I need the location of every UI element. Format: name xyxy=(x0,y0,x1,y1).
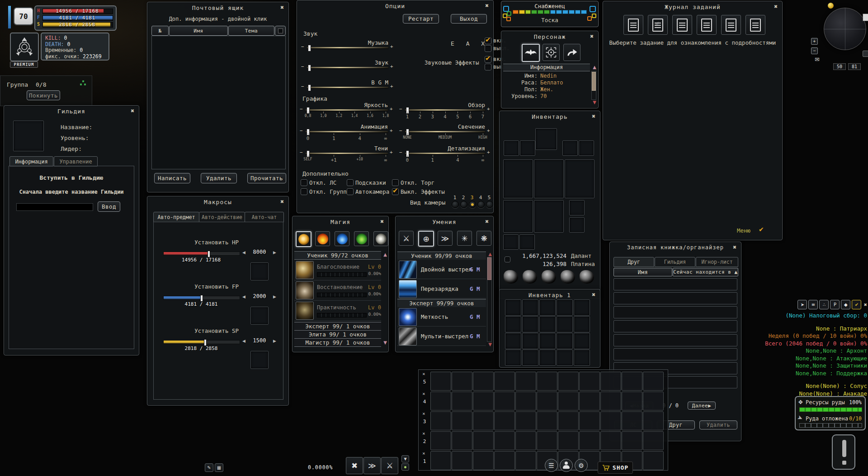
macro-item-slot[interactable] xyxy=(250,307,269,325)
inventory-close-icon[interactable]: ✖ xyxy=(590,113,597,120)
macro-slider-track[interactable] xyxy=(163,252,240,256)
skills-scroll-up-icon[interactable]: ▲ xyxy=(488,252,492,257)
equipment-slot[interactable] xyxy=(534,200,564,233)
quest-category-button-5[interactable] xyxy=(745,15,765,35)
gfx-left-slider-1-minus[interactable]: − xyxy=(300,128,303,134)
organizer-tab-1[interactable]: Гильдия xyxy=(655,257,695,267)
quest-journal-close-icon[interactable]: ✖ xyxy=(773,4,779,10)
mail-filter-button[interactable] xyxy=(275,26,286,36)
inventory1-slot[interactable] xyxy=(557,316,573,332)
character-return-button[interactable] xyxy=(563,44,580,61)
skills-tab-button-0[interactable]: ⚔ xyxy=(399,231,414,246)
sound-slider-1-thumb[interactable] xyxy=(308,65,311,71)
sound-slider-2-minus[interactable]: − xyxy=(301,84,304,89)
mail-list[interactable] xyxy=(151,36,286,169)
gfx-right-slider-1-minus[interactable]: − xyxy=(399,128,402,134)
trade-row-close-icon[interactable]: ✕ xyxy=(422,432,425,436)
guild-enter-button[interactable]: Ввод xyxy=(98,201,120,212)
inventory1-slot[interactable] xyxy=(539,299,556,316)
trade-slot[interactable] xyxy=(600,392,621,411)
trade-row-close-icon[interactable]: ✕ xyxy=(422,392,425,396)
character-scrollbar-thumb[interactable] xyxy=(592,72,596,91)
trade-row-close-icon[interactable]: ✕ xyxy=(422,412,425,416)
sfx-off-checkbox[interactable] xyxy=(485,64,491,70)
inventory1-slot[interactable] xyxy=(557,299,573,316)
quest-category-button-1[interactable]: ✓ xyxy=(648,15,668,35)
trade-slot[interactable] xyxy=(537,392,557,411)
camera-radio-4[interactable] xyxy=(486,201,493,208)
option-checkbox-5[interactable] xyxy=(392,188,399,195)
macro-item-slot[interactable] xyxy=(250,262,269,280)
mail-col-subject[interactable]: Тема xyxy=(228,26,274,36)
character-scrollbar[interactable] xyxy=(591,71,596,100)
equipment-slot[interactable] xyxy=(504,140,519,156)
quest-category-button-2[interactable] xyxy=(672,15,692,35)
gfx-left-slider-1-track[interactable] xyxy=(306,131,388,132)
trade-slot[interactable] xyxy=(600,411,621,430)
trade-slot[interactable] xyxy=(579,411,600,430)
equipment-slot[interactable] xyxy=(519,234,535,250)
character-close-icon[interactable]: ✖ xyxy=(589,33,595,40)
macro-increase-icon[interactable]: ▶ xyxy=(273,294,276,299)
skills-tab-button-3[interactable]: ✳ xyxy=(457,231,472,246)
magic-rank-footer-2[interactable]: Магистр 99/ 1 очков xyxy=(294,338,381,347)
inventory1-slot[interactable] xyxy=(539,316,556,332)
skills-tab-button-1[interactable]: ⊕ xyxy=(418,231,434,247)
organizer-col-name[interactable]: Имя xyxy=(613,268,672,276)
sound-slider-0-track[interactable] xyxy=(307,47,388,48)
war-toolbar-button-0[interactable]: ➤ xyxy=(797,300,807,309)
magic-rank-footer-1[interactable]: Элита 99/ 1 очков xyxy=(294,330,381,339)
organizer-row[interactable] xyxy=(613,278,737,290)
sfx-on-checkbox[interactable] xyxy=(485,56,491,63)
macro-slider-track[interactable] xyxy=(163,296,240,300)
option-checkbox-1[interactable] xyxy=(347,179,354,186)
trade-slot[interactable] xyxy=(558,431,579,450)
trade-slot[interactable] xyxy=(452,372,472,391)
trade-slot[interactable] xyxy=(473,431,494,450)
minimap-edge-icon[interactable] xyxy=(863,14,868,21)
trade-slot[interactable] xyxy=(579,431,600,450)
character-pet-button[interactable] xyxy=(522,44,540,62)
eax-on-checkbox[interactable] xyxy=(485,37,491,44)
trade-slot[interactable] xyxy=(515,372,536,391)
equipment-slot[interactable] xyxy=(503,234,519,250)
character-target-button[interactable] xyxy=(542,44,560,61)
trade-slot[interactable] xyxy=(494,372,515,391)
war-toolbar-button-1[interactable]: ≡ xyxy=(808,300,818,309)
option-checkbox-4[interactable] xyxy=(347,188,354,195)
inventory1-slot[interactable] xyxy=(505,299,521,316)
trade-slot[interactable] xyxy=(643,451,664,470)
trade-slot[interactable] xyxy=(558,411,579,430)
camera-radio-0[interactable] xyxy=(452,201,459,208)
inventory-bag-button[interactable] xyxy=(578,268,595,285)
macros-tab-1[interactable]: Авто-действие xyxy=(199,212,245,222)
minimap-zoom-out-button[interactable]: − xyxy=(811,47,818,54)
trade-slot[interactable] xyxy=(452,451,472,470)
shop-button[interactable]: SHOP xyxy=(598,462,633,474)
menu-button[interactable]: ☰ xyxy=(545,459,558,472)
skills-scroll-down-icon[interactable]: ▼ xyxy=(488,342,492,347)
inventory-bag-button[interactable] xyxy=(521,268,538,285)
gfx-left-slider-2-track[interactable] xyxy=(306,153,388,154)
inventory-bag-button[interactable] xyxy=(559,268,576,285)
organizer-tab-2[interactable]: Игнор-лист xyxy=(696,257,738,267)
option-checkbox-2[interactable] xyxy=(392,179,399,186)
trade-slot[interactable] xyxy=(452,431,472,450)
organizer-tab-0[interactable]: Друг xyxy=(613,257,654,267)
magic-element-button-1[interactable] xyxy=(315,231,330,246)
trade-slot[interactable] xyxy=(622,392,642,411)
sound-slider-1-plus[interactable]: + xyxy=(390,64,393,70)
magic-element-button-3[interactable] xyxy=(354,231,369,246)
equipment-slot[interactable] xyxy=(503,159,533,198)
sound-slider-0-thumb[interactable] xyxy=(308,45,311,51)
sound-slider-2-track[interactable] xyxy=(307,87,388,88)
mail-col-num[interactable]: № xyxy=(151,26,169,36)
skill-gm-label[interactable]: G M xyxy=(470,313,480,320)
exit-button[interactable]: Выход xyxy=(451,14,487,23)
gfx-right-slider-0-track[interactable] xyxy=(405,109,485,111)
bag-toggle-button[interactable]: ▦ xyxy=(215,463,223,472)
option-checkbox-3[interactable] xyxy=(301,188,307,195)
minimap-zoom-in-button[interactable]: + xyxy=(811,38,818,45)
war-toolbar-button-3[interactable]: P xyxy=(830,300,840,309)
equipment-slot[interactable] xyxy=(534,159,564,198)
